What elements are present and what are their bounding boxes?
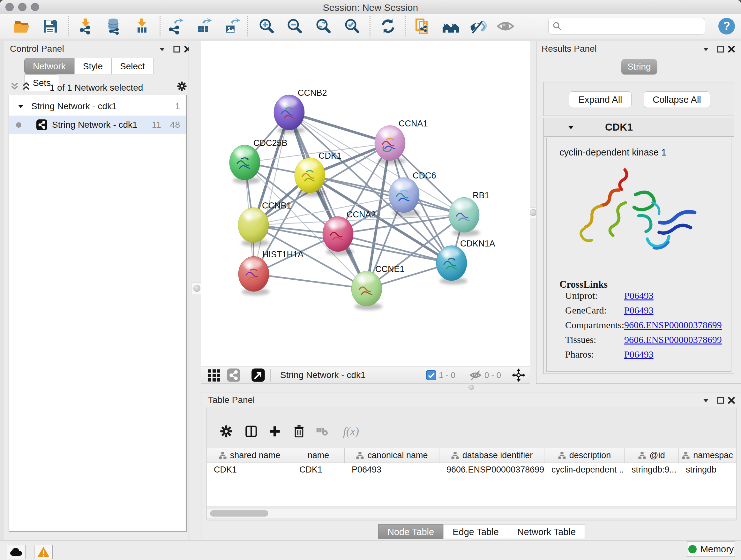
left-splitter[interactable] bbox=[189, 41, 201, 540]
protein-section-header[interactable]: CDK1 bbox=[544, 118, 734, 137]
network-node-CCNB2[interactable]: CCNB2 bbox=[274, 88, 327, 134]
search-input[interactable] bbox=[562, 21, 699, 32]
control-panel-float-icon[interactable] bbox=[172, 44, 182, 55]
right-splitter[interactable] bbox=[530, 41, 536, 384]
column-header-shared-name[interactable]: shared name bbox=[207, 448, 292, 462]
network-node-RB1[interactable]: RB1 bbox=[449, 191, 489, 236]
table-cell[interactable]: P06493 bbox=[345, 463, 440, 478]
selected-counts: 1 - 0 bbox=[439, 370, 455, 380]
crosslink-link[interactable]: P06493 bbox=[624, 290, 654, 301]
table-row[interactable]: CDK1CDK1P064939606.ENSP00000378699cyclin… bbox=[207, 463, 736, 478]
tab-style[interactable]: Style bbox=[74, 58, 111, 74]
network-edge-HIST1H1A-CCNE1[interactable] bbox=[254, 274, 367, 289]
column-header-name[interactable]: name bbox=[292, 448, 345, 462]
protein-collapse-icon[interactable] bbox=[567, 124, 575, 131]
string-document-icon[interactable] bbox=[413, 17, 432, 36]
zoom-fit-icon[interactable] bbox=[314, 17, 333, 36]
zoom-selected-icon[interactable] bbox=[343, 17, 361, 36]
import-table-icon[interactable] bbox=[133, 17, 151, 36]
table-cell[interactable]: stringdb bbox=[679, 463, 736, 478]
memory-button[interactable]: Memory bbox=[687, 542, 735, 557]
export-network-icon[interactable] bbox=[166, 17, 185, 36]
network-node-HIST1H1A[interactable]: HIST1H1A bbox=[239, 250, 304, 295]
table-h-scrollbar-thumb[interactable] bbox=[210, 510, 268, 516]
control-panel-collapse-icon[interactable] bbox=[157, 44, 167, 55]
results-panel-close-icon[interactable] bbox=[726, 44, 737, 55]
column-header-namespac[interactable]: namespac bbox=[679, 448, 736, 462]
column-header-description[interactable]: description bbox=[544, 448, 624, 462]
collapse-all-button[interactable]: Collapse All bbox=[644, 91, 710, 108]
selected-checkbox-icon[interactable] bbox=[426, 368, 436, 382]
bottom-splitter[interactable] bbox=[201, 384, 741, 392]
help-icon[interactable]: ? bbox=[718, 17, 736, 36]
network-view-share-icon[interactable] bbox=[226, 368, 241, 382]
network-options-gear-icon[interactable] bbox=[177, 81, 187, 91]
table-cell[interactable]: CDK1 bbox=[207, 463, 292, 478]
table-cell[interactable]: 9606.ENSP00000378699 bbox=[440, 463, 544, 478]
results-panel-title: Results Panel bbox=[542, 44, 597, 54]
tab-network-table[interactable]: Network Table bbox=[508, 524, 585, 539]
table-h-scrollbar[interactable] bbox=[207, 509, 736, 518]
tab-node-table[interactable]: Node Table bbox=[378, 524, 443, 539]
refresh-icon[interactable] bbox=[379, 17, 397, 36]
string-network-graph[interactable]: CCNB2CCNA1CDC25BCDK1CDC6RB1CCNB1CCNA2CDK… bbox=[201, 41, 530, 367]
search-box[interactable] bbox=[548, 18, 705, 35]
crosslink-link[interactable]: 9606.ENSP00000378699 bbox=[624, 334, 722, 345]
table-settings-gear-icon[interactable] bbox=[218, 423, 234, 440]
open-session-icon[interactable] bbox=[12, 17, 31, 36]
export-table-icon[interactable] bbox=[194, 17, 213, 36]
cloud-status-icon[interactable] bbox=[7, 545, 25, 559]
table-panel-collapse-icon[interactable] bbox=[700, 395, 711, 406]
save-session-icon[interactable] bbox=[41, 17, 59, 36]
table-panel-close-icon[interactable] bbox=[726, 395, 737, 406]
birdseye-view-icon[interactable] bbox=[251, 368, 265, 382]
tab-string[interactable]: String bbox=[621, 59, 657, 74]
bottom-splitter-handle[interactable] bbox=[468, 385, 474, 390]
pan-crosshair-icon[interactable] bbox=[511, 368, 526, 382]
collection-expand-icon[interactable] bbox=[17, 103, 24, 110]
crosslink-link[interactable]: P06493 bbox=[624, 305, 654, 315]
results-panel: Results Panel String Expand All Collapse… bbox=[536, 41, 741, 384]
expand-all-button[interactable]: Expand All bbox=[569, 91, 631, 108]
network-node-CDC6[interactable]: CDC6 bbox=[389, 171, 436, 216]
table-cell[interactable]: cyclin-dependent ... bbox=[544, 463, 624, 478]
results-panel-collapse-icon[interactable] bbox=[700, 44, 711, 55]
column-header-@id[interactable]: @id bbox=[624, 448, 679, 462]
crosslink-link[interactable]: 9606.ENSP00000378699 bbox=[624, 320, 722, 330]
column-header-canonical-name[interactable]: canonical name bbox=[345, 448, 440, 462]
table-cell[interactable]: CDK1 bbox=[292, 463, 345, 478]
tab-network[interactable]: Network bbox=[24, 58, 74, 74]
homes-icon[interactable] bbox=[442, 17, 460, 36]
tab-edge-table[interactable]: Edge Table bbox=[443, 524, 508, 539]
delete-column-icon[interactable] bbox=[291, 423, 307, 440]
add-column-icon[interactable] bbox=[266, 423, 283, 440]
show-eye-icon[interactable] bbox=[496, 17, 515, 36]
hide-glass-eye-icon[interactable] bbox=[469, 17, 487, 36]
zoom-out-icon[interactable] bbox=[286, 17, 304, 36]
grid-view-icon[interactable] bbox=[207, 368, 221, 382]
export-image-icon[interactable] bbox=[223, 17, 241, 36]
column-header-database-identifier[interactable]: database identifier bbox=[440, 448, 544, 462]
warning-status-icon[interactable] bbox=[34, 545, 53, 559]
delete-table-icon[interactable] bbox=[314, 423, 330, 440]
results-panel-float-icon[interactable] bbox=[715, 44, 726, 55]
import-database-icon[interactable] bbox=[105, 17, 123, 36]
show-columns-icon[interactable] bbox=[243, 423, 259, 440]
function-builder-icon[interactable]: f(x) bbox=[337, 423, 365, 440]
table-panel-float-icon[interactable] bbox=[715, 395, 726, 406]
node-label-CCNA1: CCNA1 bbox=[399, 119, 428, 128]
crosslink-link[interactable]: P06493 bbox=[624, 349, 654, 360]
network-edge-CCNB2-CCNA1[interactable] bbox=[289, 112, 390, 143]
zoom-in-icon[interactable] bbox=[258, 17, 276, 36]
network-canvas[interactable]: CCNB2CCNA1CDC25BCDK1CDC6RB1CCNB1CCNA2CDK… bbox=[201, 41, 530, 367]
network-node-CCNA1[interactable]: CCNA1 bbox=[375, 119, 428, 165]
network-collection-row[interactable]: String Network - cdk1 1 bbox=[9, 97, 186, 116]
network-edge-CCNB2-CCNE1[interactable] bbox=[289, 112, 367, 289]
import-network-icon[interactable] bbox=[76, 17, 95, 36]
hidden-eye-icon[interactable] bbox=[469, 368, 482, 382]
crosslink-label: Pharos: bbox=[565, 349, 624, 360]
tab-select[interactable]: Select bbox=[111, 58, 153, 74]
table-cell[interactable]: stringdb:9... bbox=[624, 463, 679, 478]
network-row[interactable]: String Network - cdk1 11 48 bbox=[9, 116, 186, 134]
network-node-CDKN1A[interactable]: CDKN1A bbox=[436, 239, 495, 285]
